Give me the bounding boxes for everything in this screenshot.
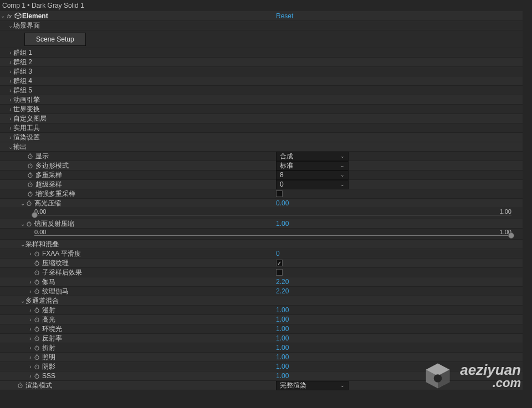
collapse-fxaa[interactable]: › [28,251,33,257]
fxaa-value[interactable]: 0 [276,250,280,257]
rendermode-dropdown[interactable]: 完整渲染⌄ [276,381,349,390]
stopwatch-icon[interactable] [33,288,40,295]
mirror-comp-value[interactable]: 1.00 [276,220,289,228]
collapse-mp[interactable]: › [28,317,33,323]
slider-handle[interactable] [32,212,38,218]
stopwatch-icon[interactable] [27,190,33,197]
enhanced-ms-checkbox[interactable] [276,190,283,197]
stopwatch-icon[interactable] [33,269,40,276]
display-dropdown[interactable]: 合成⌄ [276,152,349,161]
chevron-down-icon: ⌄ [340,182,345,187]
collapse-mp[interactable]: › [28,326,33,332]
stopwatch-icon[interactable] [33,260,40,266]
prop-mp: 漫射 [42,306,55,315]
stopwatch-icon[interactable] [25,220,32,227]
group-sampling[interactable]: 采样和混叠 [25,240,59,249]
polymode-dropdown[interactable]: 标准⌄ [276,161,349,171]
chevron-down-icon: ⌄ [340,153,345,159]
stopwatch-icon[interactable] [17,382,23,389]
mp-value[interactable]: 1.00 [276,306,289,314]
stopwatch-icon[interactable] [33,316,40,323]
group-label[interactable]: 动画引擎 [13,95,40,105]
collapse-output[interactable]: ⌄ [8,144,13,150]
collapse-group[interactable]: › [8,97,13,103]
group-label[interactable]: 渲染设置 [13,133,40,142]
collapse-group[interactable]: › [8,59,13,65]
stopwatch-icon[interactable] [33,344,40,351]
group-label[interactable]: 群组 2 [13,58,32,67]
mp-value[interactable]: 1.00 [276,363,289,370]
texgamma-value[interactable]: 2.20 [276,287,289,295]
collapse-group[interactable]: › [8,50,13,56]
stopwatch-icon[interactable] [33,307,40,313]
spec-comp-value[interactable]: 0.00 [276,199,289,207]
svg-point-12 [34,308,38,312]
prop-rendermode: 渲染模式 [25,381,52,390]
prop-mp: 环境光 [42,324,62,334]
stopwatch-icon[interactable] [27,172,33,178]
slider-handle[interactable] [508,233,514,239]
svg-point-18 [34,365,38,369]
multisample-dropdown[interactable]: 8⌄ [276,171,349,180]
group-label[interactable]: 世界变换 [13,105,40,114]
stopwatch-icon[interactable] [33,326,40,332]
group-label[interactable]: 群组 3 [13,67,32,76]
collapse-group[interactable]: › [8,135,13,141]
collapse-mp[interactable]: › [28,345,33,351]
collapse-mp[interactable]: › [28,364,33,370]
stopwatch-icon[interactable] [33,373,40,379]
stopwatch-icon[interactable] [27,181,33,188]
stopwatch-icon[interactable] [27,162,33,169]
collapse-sampling[interactable]: ⌄ [20,241,25,247]
collapse-gamma[interactable]: › [28,279,33,285]
mp-value[interactable]: 1.00 [276,372,289,380]
collapse-texgamma[interactable]: › [28,288,33,295]
mp-value[interactable]: 1.00 [276,353,289,361]
reset-link[interactable]: Reset [276,12,293,20]
collapse-mp[interactable]: › [28,354,33,360]
collapse-scene[interactable]: ⌄ [8,23,13,29]
group-label[interactable]: 自定义图层 [13,114,47,123]
prop-mp: 反射率 [42,334,62,343]
group-label[interactable]: 群组 5 [13,86,32,95]
stopwatch-icon[interactable] [33,354,40,360]
stopwatch-icon[interactable] [33,250,40,257]
collapse-speccomp[interactable]: ⌄ [20,200,25,206]
stopwatch-icon[interactable] [33,363,40,370]
group-label[interactable]: 群组 4 [13,76,32,86]
group-label[interactable]: 群组 1 [13,48,32,58]
mp-value[interactable]: 1.00 [276,316,289,323]
stopwatch-icon[interactable] [33,335,40,342]
effect-name[interactable]: Element [22,12,48,20]
collapse-group[interactable]: › [8,78,13,84]
collapse-group[interactable]: › [8,106,13,112]
supersample-dropdown[interactable]: 0⌄ [276,180,349,189]
collapse-mp[interactable]: › [28,307,33,313]
mp-value[interactable]: 1.00 [276,344,289,352]
collapse-multipass[interactable]: ⌄ [20,298,25,304]
group-output[interactable]: 输出 [13,142,27,152]
collapse-group[interactable]: › [8,87,13,94]
collapse-group[interactable]: › [8,69,13,75]
svg-point-11 [34,290,38,293]
stopwatch-icon[interactable] [25,200,32,206]
slider-track[interactable] [34,235,511,236]
collapse-mirrorcomp[interactable]: ⌄ [20,221,25,227]
stopwatch-icon[interactable] [33,278,40,285]
group-label[interactable]: 实用工具 [13,123,40,133]
collapse-group[interactable]: › [8,125,13,131]
collapse-mp[interactable]: › [28,335,33,342]
subsamplepost-checkbox[interactable] [276,269,283,276]
mp-value[interactable]: 1.00 [276,334,289,342]
mp-value[interactable]: 1.00 [276,325,289,333]
gamma-value[interactable]: 2.20 [276,278,289,286]
collapse-mp[interactable]: › [28,373,33,379]
comptex-checkbox[interactable] [276,260,283,266]
collapse-effect[interactable]: ⌄ [0,13,6,19]
collapse-group[interactable]: › [8,116,13,122]
group-multipass[interactable]: 多通道混合 [25,296,59,306]
group-scene[interactable]: 场景界面 [13,21,40,30]
slider-track[interactable] [34,215,511,215]
scene-setup-button[interactable]: Scene Setup [24,33,86,46]
stopwatch-icon[interactable] [27,153,33,159]
